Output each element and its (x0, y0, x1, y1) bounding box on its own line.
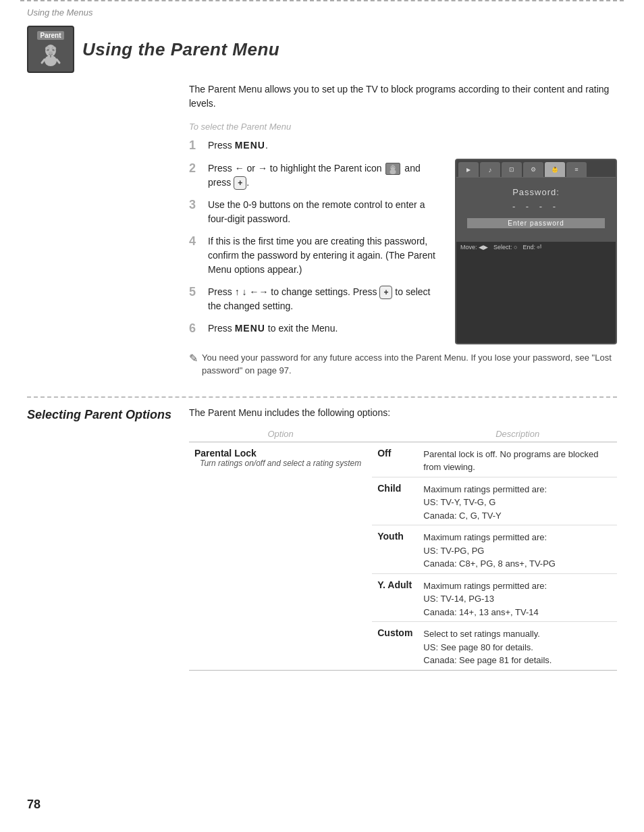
step-6-text: Press MENU to exit the Menu. (208, 321, 338, 336)
svg-line-8 (42, 59, 45, 63)
menu-key-1: MENU (235, 140, 265, 151)
tv-menu-tabs: ▶ ♪ ⊡ ⚙ 👶 ≡ (456, 160, 616, 178)
note-icon: ✎ (189, 352, 198, 365)
step-4-text: If this is the first time you are creati… (208, 234, 444, 277)
step-5-number: 5 (189, 285, 204, 300)
section-divider (27, 396, 617, 398)
desc-off: Parental lock is off. No programs are bl… (418, 442, 617, 477)
step-6: 6 Press MENU to exit the Menu. (189, 321, 444, 336)
tv-tab-screen: ⊡ (502, 162, 522, 177)
section-header: Parent Using the Parent Menu (27, 26, 617, 73)
plus-button2-icon: + (379, 286, 392, 299)
option-name-cell: Parental Lock Turn ratings on/off and se… (189, 442, 372, 670)
step-3-number: 3 (189, 198, 204, 213)
menu-key-2: MENU (235, 323, 265, 334)
step-2-text: Press ← or → to highlight the Parent ico… (208, 161, 444, 190)
svg-point-13 (390, 170, 396, 174)
options-table: Option Description Parental Lock Turn ra… (189, 426, 617, 671)
parent-small-icon (385, 163, 400, 175)
selecting-intro: The Parent Menu includes the following o… (189, 407, 617, 418)
note-text: You need your password for any future ac… (202, 351, 617, 378)
parent-icon-label: Parent (37, 31, 63, 40)
table-body: Parental Lock Turn ratings on/off and se… (189, 442, 617, 670)
svg-point-12 (394, 165, 396, 167)
arrow-right-icon: → (258, 163, 267, 174)
right-content: The Parent Menu allows you to set up the… (189, 82, 617, 384)
step-3: 3 Use the 0-9 buttons on the remote cont… (189, 198, 444, 226)
tv-tab-audio: ♪ (480, 162, 500, 177)
option-sub-label: Turn ratings on/off and select a rating … (194, 459, 367, 473)
arrow-left-icon: ← (235, 163, 244, 174)
table-header: Option Description (189, 426, 617, 442)
value-off: Off (372, 442, 418, 477)
desc-youth: Maximum ratings permitted are:US: TV-PG,… (418, 525, 617, 574)
selecting-content: The Parent Menu includes the following o… (189, 407, 617, 671)
page-number: 78 (27, 798, 41, 812)
desc-custom: Select to set ratings manually.US: See p… (418, 622, 617, 671)
arrow-left2-icon: ← (249, 286, 259, 297)
tv-body: Password: - - - - Enter password (456, 178, 616, 242)
col-value-header (372, 426, 418, 442)
svg-point-5 (49, 51, 53, 54)
tv-password-dots: - - - - (467, 201, 605, 211)
tv-select-label: Select: ○ (493, 244, 517, 251)
tv-tab-parent: 👶 (545, 162, 565, 177)
table-header-row: Option Description (189, 426, 617, 442)
tv-tab-setup: ≡ (566, 162, 587, 177)
svg-point-3 (47, 49, 49, 51)
col-desc-header: Description (418, 426, 617, 442)
tv-tab-video: ▶ (458, 162, 479, 177)
subsection-label: To select the Parent Menu (189, 122, 617, 132)
tv-bottom-bar: Move: ◀▶ Select: ○ End: ⏎ (456, 242, 616, 253)
steps-area: 1 Press MENU. 2 Press ← or → to highligh… (189, 138, 617, 344)
desc-yadult: Maximum ratings permitted are:US: TV-14,… (418, 573, 617, 622)
step-4: 4 If this is the first time you are crea… (189, 234, 444, 277)
steps-list: 1 Press MENU. 2 Press ← or → to highligh… (189, 138, 444, 344)
page-title: Using the Parent Menu (82, 39, 279, 60)
step-1-text: Press MENU. (208, 138, 268, 153)
left-sidebar (27, 82, 176, 384)
col-option-header: Option (189, 426, 372, 442)
tv-screenshot: ▶ ♪ ⊡ ⚙ 👶 ≡ Password: - - - - Enter pass… (455, 159, 617, 344)
parent-icon-box: Parent (27, 26, 74, 73)
value-child: Child (372, 477, 418, 525)
intro-text: The Parent Menu allows you to set up the… (189, 82, 617, 111)
step-1-number: 1 (189, 138, 204, 153)
step-3-text: Use the 0-9 buttons on the remote contro… (208, 198, 444, 226)
selecting-section: Selecting Parent Options The Parent Menu… (27, 407, 617, 671)
main-content: The Parent Menu allows you to set up the… (27, 82, 617, 384)
svg-point-4 (53, 49, 55, 51)
table-row: Parental Lock Turn ratings on/off and se… (189, 442, 617, 477)
svg-point-11 (391, 165, 393, 167)
value-youth: Youth (372, 525, 418, 574)
step-4-number: 4 (189, 234, 204, 249)
tv-end-label: End: ⏎ (522, 244, 542, 251)
note-area: ✎ You need your password for any future … (189, 351, 617, 378)
tv-move-label: Move: ◀▶ (460, 244, 488, 251)
plus-button-icon: + (234, 176, 246, 190)
arrow-right2-icon: → (259, 286, 268, 297)
step-5-text: Press ↑ ↓ ←→ to change settings. Press +… (208, 285, 444, 313)
tv-password-label: Password: (467, 187, 605, 197)
svg-line-9 (57, 59, 59, 63)
step-5: 5 Press ↑ ↓ ←→ to change settings. Press… (189, 285, 444, 313)
value-yadult: Y. Adult (372, 573, 418, 622)
selecting-title-col: Selecting Parent Options (27, 407, 176, 671)
tv-enter-label: Enter password (467, 218, 605, 228)
selecting-title: Selecting Parent Options (27, 407, 176, 423)
value-custom: Custom (372, 622, 418, 671)
step-2-number: 2 (189, 161, 204, 176)
step-1: 1 Press MENU. (189, 138, 444, 153)
tv-tab-setting: ⚙ (523, 162, 543, 177)
step-2: 2 Press ← or → to highlight the Parent i… (189, 161, 444, 190)
arrow-up-icon: ↑ (235, 286, 240, 297)
desc-child: Maximum ratings permitted are:US: TV-Y, … (418, 477, 617, 525)
parent-figure-icon (38, 43, 63, 68)
breadcrumb: Using the Menus (0, 1, 644, 19)
arrow-down-icon: ↓ (242, 286, 247, 297)
step-6-number: 6 (189, 321, 204, 336)
